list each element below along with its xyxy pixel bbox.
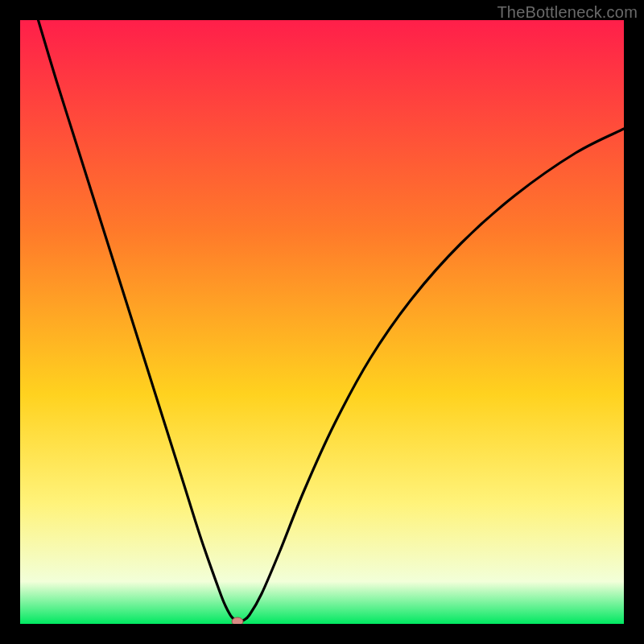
chart-frame: [20, 20, 624, 624]
chart-plot: [20, 20, 624, 624]
optimal-point-marker: [232, 617, 243, 624]
gradient-background: [20, 20, 624, 624]
watermark-text: TheBottleneck.com: [497, 3, 638, 22]
